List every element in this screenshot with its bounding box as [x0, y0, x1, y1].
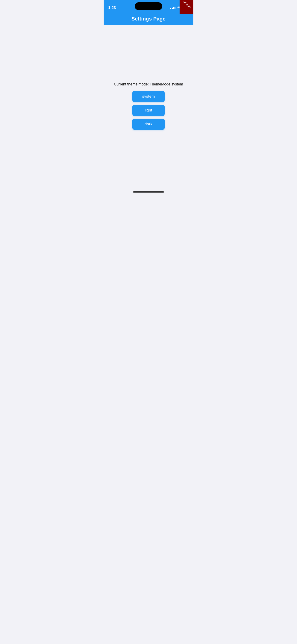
status-time: 1:23 — [108, 6, 116, 10]
signal-icon — [170, 7, 176, 9]
theme-status-text: Current theme mode: ThemeMode.system — [114, 82, 183, 86]
dark-theme-button[interactable]: dark — [132, 118, 164, 130]
home-indicator — [133, 192, 164, 192]
page-title: Settings Page — [132, 16, 166, 22]
system-theme-button[interactable]: system — [132, 91, 164, 102]
main-content: Current theme mode: ThemeMode.system sys… — [104, 25, 194, 186]
dynamic-island — [135, 2, 162, 10]
app-bar: Settings Page — [104, 12, 194, 25]
status-bar: 1:23 DE — [104, 0, 194, 12]
light-theme-button[interactable]: light — [132, 105, 164, 116]
debug-label: DEBUG — [180, 0, 194, 13]
page-wrapper: 1:23 DE — [104, 0, 194, 194]
debug-badge: DEBUG — [180, 0, 194, 14]
theme-buttons-container: system light dark — [132, 91, 164, 130]
